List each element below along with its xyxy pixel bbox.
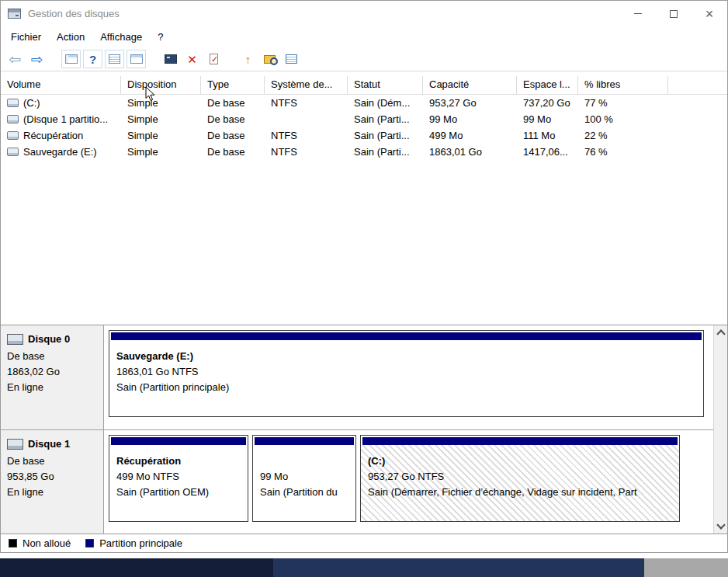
partition-body: Récupération 499 Mo NTFS Sain (Partition… <box>109 445 248 521</box>
console-tree-icon <box>65 54 78 64</box>
column-header-espace[interactable]: Espace l... <box>517 76 578 95</box>
disk-icon <box>7 439 23 450</box>
forward-icon: ⇨ <box>31 52 43 67</box>
volume-row-efi[interactable]: (Disque 1 partitio... Simple De base Sai… <box>1 111 727 127</box>
primary-partition-swatch <box>85 539 94 547</box>
taskbar <box>0 558 728 577</box>
scroll-up-icon[interactable] <box>716 329 725 338</box>
column-header-volume[interactable]: Volume <box>1 76 121 95</box>
volume-icon <box>7 148 19 156</box>
scroll-down-icon[interactable] <box>716 520 725 529</box>
menu-fichier[interactable]: Fichier <box>3 28 49 46</box>
console-tree-button[interactable] <box>61 50 81 68</box>
cell-disposition: Simple <box>121 146 201 158</box>
volume-row-sauvegarde[interactable]: Sauvegarde (E:) Simple De base NTFS Sain… <box>1 144 727 160</box>
disk-size: 1863,02 Go <box>7 364 99 380</box>
cell-capacite: 953,27 Go <box>423 97 517 109</box>
window-title: Gestion des disques <box>28 8 120 19</box>
action-pane-button[interactable] <box>127 50 146 68</box>
column-header-disposition[interactable]: Disposition <box>121 76 201 95</box>
legend-bar: Non alloué Partition principale <box>1 534 727 552</box>
partition-efi[interactable]: 99 Mo Sain (Partition du <box>252 435 356 522</box>
delete-volume-button[interactable]: ✕ <box>182 50 202 68</box>
partition-sauvegarde[interactable]: Sauvegarde (E:) 1863,01 Go NTFS Sain (Pa… <box>109 330 704 417</box>
partition-title <box>260 454 348 469</box>
help-button[interactable]: ? <box>83 50 102 68</box>
views-icon <box>286 54 297 64</box>
partition-recuperation[interactable]: Récupération 499 Mo NTFS Sain (Partition… <box>109 435 248 522</box>
disk0-label[interactable]: Disque 0 De base 1863,02 Go En ligne <box>1 325 104 429</box>
cell-systeme: NTFS <box>265 130 348 141</box>
cell-espace: 111 Mo <box>517 130 578 141</box>
close-button[interactable]: × <box>692 1 727 26</box>
cell-capacite: 1863,01 Go <box>423 146 517 158</box>
app-icon <box>8 9 21 19</box>
disk-type: De base <box>7 349 99 364</box>
cell-capacite: 499 Mo <box>423 130 517 141</box>
forward-button[interactable]: ⇨ <box>27 50 47 68</box>
mark-active-button[interactable]: ↑ <box>238 50 258 68</box>
partition-size: 99 Mo <box>260 469 348 485</box>
partition-status: Sain (Partition du <box>260 485 348 500</box>
disk-management-window: Gestion des disques × Fichier Action Aff… <box>0 0 728 553</box>
back-button[interactable]: ⇦ <box>5 50 25 68</box>
partition-body: (C:) 953,27 Go NTFS Sain (Démarrer, Fich… <box>361 445 679 521</box>
volume-cell: (C:) <box>1 97 121 109</box>
disk-icon <box>7 334 23 345</box>
cell-disposition: Simple <box>121 97 201 109</box>
back-icon: ⇦ <box>9 52 22 67</box>
volume-table-header: Volume Disposition Type Système de... St… <box>1 76 727 95</box>
cell-statut: Sain (Parti... <box>348 113 423 125</box>
volume-name: Récupération <box>23 130 83 141</box>
console-window-button[interactable] <box>161 50 180 68</box>
volume-icon <box>7 115 19 123</box>
disk-type: De base <box>7 454 99 469</box>
menu-affichage[interactable]: Affichage <box>92 28 150 46</box>
disk1-label[interactable]: Disque 1 De base 953,85 Go En ligne <box>1 430 104 534</box>
maximize-button[interactable] <box>656 1 692 26</box>
views-button[interactable] <box>282 50 301 68</box>
taskbar-segment[interactable] <box>644 558 728 577</box>
volume-cell: Sauvegarde (E:) <box>1 146 121 158</box>
volume-name: Sauvegarde (E:) <box>23 146 97 158</box>
menu-bar: Fichier Action Affichage ? <box>1 26 727 47</box>
cell-libres: 76 % <box>578 146 668 158</box>
disk-status: En ligne <box>7 485 99 500</box>
minimize-icon <box>634 13 642 14</box>
column-header-type[interactable]: Type <box>201 76 265 95</box>
disk0-partitions: Sauvegarde (E:) 1863,01 Go NTFS Sain (Pa… <box>104 325 727 429</box>
partition-status: Sain (Partition principale) <box>116 380 696 395</box>
mouse-cursor <box>145 86 156 102</box>
partition-title: Sauvegarde (E:) <box>116 349 696 364</box>
primary-partition-strip <box>255 437 354 445</box>
partition-c[interactable]: (C:) 953,27 Go NTFS Sain (Démarrer, Fich… <box>360 435 680 522</box>
toolbar: ⇦ ⇨ ? ✕ ✓ ↑ <box>1 47 727 71</box>
taskbar-segment[interactable] <box>273 558 644 577</box>
properties-button[interactable]: ✓ <box>204 50 224 68</box>
menu-action[interactable]: Action <box>49 28 92 46</box>
vertical-scrollbar[interactable] <box>713 325 727 534</box>
primary-partition-strip <box>111 437 246 445</box>
delete-icon: ✕ <box>187 54 197 65</box>
column-header-statut[interactable]: Statut <box>348 76 423 95</box>
cell-espace: 99 Mo <box>517 113 578 125</box>
window-icon <box>130 54 143 64</box>
column-header-capacite[interactable]: Capacité <box>423 76 517 95</box>
taskbar-segment[interactable] <box>0 558 273 577</box>
column-header-libres[interactable]: % libres <box>578 76 668 95</box>
minimize-button[interactable] <box>620 1 656 26</box>
cell-libres: 100 % <box>578 113 668 125</box>
cell-statut: Sain (Parti... <box>348 146 423 158</box>
export-list-button[interactable] <box>105 50 124 68</box>
disk-size: 953,85 Go <box>7 469 99 485</box>
window-controls: × <box>620 1 727 26</box>
volume-row-recuperation[interactable]: Récupération Simple De base NTFS Sain (P… <box>1 127 727 144</box>
cell-type: De base <box>201 113 265 125</box>
column-header-systeme[interactable]: Système de... <box>265 76 348 95</box>
open-explorer-button[interactable] <box>260 50 279 68</box>
menu-help[interactable]: ? <box>150 28 171 46</box>
partition-title: Récupération <box>116 454 241 469</box>
disk1-partitions: Récupération 499 Mo NTFS Sain (Partition… <box>104 430 727 534</box>
volume-row-c[interactable]: (C:) Simple De base NTFS Sain (Dém... 95… <box>1 95 727 111</box>
volume-name: (C:) <box>23 97 40 109</box>
